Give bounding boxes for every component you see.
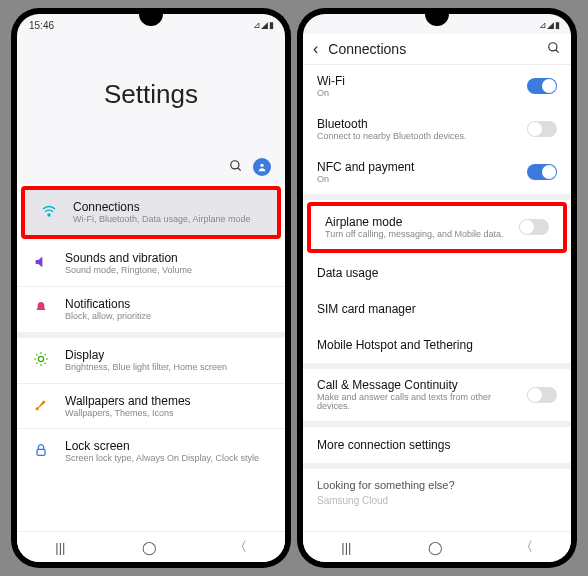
row-sub: Connect to nearby Bluetooth devices. (317, 132, 519, 142)
settings-list: Connections Wi-Fi, Bluetooth, Data usage… (17, 184, 285, 531)
row-sub: Brightness, Blue light filter, Home scre… (65, 363, 271, 373)
nav-home[interactable]: ◯ (142, 540, 157, 555)
row-hotspot[interactable]: Mobile Hotspot and Tethering (303, 327, 571, 363)
svg-point-6 (549, 42, 557, 50)
row-lockscreen[interactable]: Lock screen Screen lock type, Always On … (17, 429, 285, 474)
connections-list: Wi-Fi On Bluetooth Connect to nearby Blu… (303, 65, 571, 531)
row-title: Wi-Fi (317, 74, 519, 88)
row-title: Airplane mode (325, 215, 511, 229)
bluetooth-toggle[interactable] (527, 121, 557, 137)
nfc-toggle[interactable] (527, 164, 557, 180)
row-sub: Wi-Fi, Bluetooth, Data usage, Airplane m… (73, 215, 263, 225)
row-sub: Sound mode, Ringtone, Volume (65, 266, 271, 276)
row-notifications[interactable]: Notifications Block, allow, prioritize (17, 287, 285, 332)
page-title: Settings (17, 34, 285, 154)
row-wallpapers[interactable]: Wallpapers and themes Wallpapers, Themes… (17, 384, 285, 430)
highlight-connections: Connections Wi-Fi, Bluetooth, Data usage… (21, 186, 281, 239)
row-sub: On (317, 89, 519, 99)
row-sub: Turn off calling, messaging, and Mobile … (325, 230, 511, 240)
header-title: Connections (328, 41, 406, 57)
svg-line-7 (556, 49, 559, 52)
bell-icon (31, 300, 51, 319)
svg-point-3 (48, 214, 50, 216)
looking-label: Looking for something else? (303, 469, 571, 493)
row-airplane[interactable]: Airplane mode Turn off calling, messagin… (311, 206, 563, 249)
header-bar: ‹ Connections (303, 34, 571, 65)
row-sub: On (317, 175, 519, 185)
faint-link[interactable]: Samsung Cloud (303, 493, 571, 510)
svg-point-0 (231, 160, 239, 168)
nav-back[interactable]: 〈 (520, 538, 533, 556)
row-title: Display (65, 348, 271, 362)
row-sub: Make and answer calls and texts from oth… (317, 393, 519, 413)
status-signal: ⊿ ◢ ▮ (539, 20, 559, 30)
row-sub: Block, allow, prioritize (65, 312, 271, 322)
lock-icon (31, 442, 51, 461)
phone-settings: 15:46 ⊿ ◢ ▮ Settings Connections (11, 8, 291, 568)
nav-back[interactable]: 〈 (234, 538, 247, 556)
row-sim[interactable]: SIM card manager (303, 291, 571, 327)
row-title: Connections (73, 200, 263, 214)
row-cmc[interactable]: Call & Message Continuity Make and answe… (303, 369, 571, 422)
wifi-icon (39, 203, 59, 222)
svg-point-4 (38, 356, 43, 361)
back-icon[interactable]: ‹ (313, 40, 318, 58)
status-time (315, 20, 318, 31)
svg-point-2 (260, 164, 263, 167)
row-display[interactable]: Display Brightness, Blue light filter, H… (17, 338, 285, 384)
row-sounds[interactable]: Sounds and vibration Sound mode, Rington… (17, 241, 285, 287)
search-icon[interactable] (229, 159, 243, 176)
nav-recent[interactable]: ||| (55, 540, 65, 555)
sun-icon (31, 351, 51, 370)
nav-home[interactable]: ◯ (428, 540, 443, 555)
row-more[interactable]: More connection settings (303, 427, 571, 463)
airplane-toggle[interactable] (519, 219, 549, 235)
row-nfc[interactable]: NFC and payment On (303, 151, 571, 194)
row-wifi[interactable]: Wi-Fi On (303, 65, 571, 108)
status-signal: ⊿ ◢ ▮ (253, 20, 273, 30)
profile-avatar[interactable] (253, 158, 271, 176)
nav-recent[interactable]: ||| (341, 540, 351, 555)
row-title: Notifications (65, 297, 271, 311)
row-title: Bluetooth (317, 117, 519, 131)
row-title: NFC and payment (317, 160, 519, 174)
brush-icon (31, 397, 51, 416)
nav-bar: ||| ◯ 〈 (17, 531, 285, 562)
row-sub: Wallpapers, Themes, Icons (65, 409, 271, 419)
row-title: Wallpapers and themes (65, 394, 271, 408)
row-sub: Screen lock type, Always On Display, Clo… (65, 454, 271, 464)
divider (303, 194, 571, 200)
screen-connections: ⊿ ◢ ▮ ‹ Connections Wi-Fi On Bluetooth (303, 14, 571, 562)
svg-line-1 (238, 167, 241, 170)
svg-rect-5 (37, 450, 45, 456)
row-bluetooth[interactable]: Bluetooth Connect to nearby Bluetooth de… (303, 108, 571, 151)
row-connections[interactable]: Connections Wi-Fi, Bluetooth, Data usage… (25, 190, 277, 235)
row-data-usage[interactable]: Data usage (303, 255, 571, 291)
wifi-toggle[interactable] (527, 78, 557, 94)
phone-connections: ⊿ ◢ ▮ ‹ Connections Wi-Fi On Bluetooth (297, 8, 577, 568)
row-title: Sounds and vibration (65, 251, 271, 265)
cmc-toggle[interactable] (527, 387, 557, 403)
screen-settings: 15:46 ⊿ ◢ ▮ Settings Connections (17, 14, 285, 562)
row-title: Lock screen (65, 439, 271, 453)
status-time: 15:46 (29, 20, 54, 31)
row-title: Call & Message Continuity (317, 378, 519, 392)
sound-icon (31, 254, 51, 273)
search-icon[interactable] (547, 41, 561, 58)
highlight-airplane: Airplane mode Turn off calling, messagin… (307, 202, 567, 253)
nav-bar: ||| ◯ 〈 (303, 531, 571, 562)
